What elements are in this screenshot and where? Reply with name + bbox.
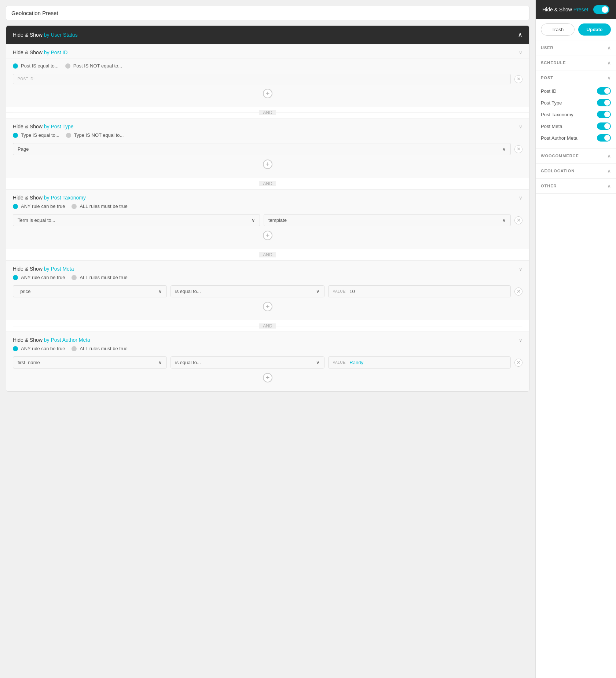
post-author-meta-toggle-row: ANY rule can be true ALL rules must be t… xyxy=(13,346,522,351)
post-taxonomy-value-dropdown[interactable]: template ∨ xyxy=(264,214,511,226)
post-id-header[interactable]: Hide & Show by Post ID ∨ xyxy=(6,44,529,59)
post-meta-header[interactable]: Hide & Show by Post Meta ∨ xyxy=(6,261,529,275)
right-post-taxonomy-row: Post Taxonomy xyxy=(541,109,611,120)
post-type-header[interactable]: Hide & Show by Post Type ∨ xyxy=(6,118,529,132)
post-type-toggle-row: Type IS equal to... Type IS NOT equal to… xyxy=(13,132,522,138)
right-post-header[interactable]: POST ∨ xyxy=(536,70,616,85)
post-id-toggle-row: Post IS equal to... Post IS NOT equal to… xyxy=(13,63,522,69)
post-meta-section: Hide & Show by Post Meta ∨ ANY rule can … xyxy=(6,260,529,320)
right-woocommerce-section: WOOCOMMERCE ∧ xyxy=(536,149,616,164)
post-author-meta-header[interactable]: Hide & Show by Post Author Meta ∨ xyxy=(6,332,529,346)
trash-button[interactable]: Trash xyxy=(541,23,575,36)
post-author-meta-input-row: first_name ∨ is equal to... ∨ VALUE: Ran… xyxy=(13,356,522,369)
post-author-meta-key-dropdown[interactable]: first_name ∨ xyxy=(13,356,167,369)
post-meta-chevron: ∨ xyxy=(519,266,522,272)
update-button[interactable]: Update xyxy=(578,23,611,36)
post-id-option-not-equal[interactable]: Post IS NOT equal to... xyxy=(65,63,122,69)
and-2: AND xyxy=(6,178,529,189)
post-meta-key-dropdown[interactable]: _price ∨ xyxy=(13,285,167,297)
post-id-active-dot xyxy=(13,63,18,69)
post-taxonomy-option-any[interactable]: ANY rule can be true xyxy=(13,204,65,209)
post-meta-inactive-dot xyxy=(72,275,77,280)
post-type-toggle[interactable] xyxy=(597,99,611,106)
post-meta-add-btn[interactable]: + xyxy=(263,302,272,311)
preset-title[interactable]: Geolocation Preset xyxy=(6,6,529,20)
post-author-meta-section: Hide & Show by Post Author Meta ∨ ANY ru… xyxy=(6,331,529,391)
post-id-add-btn[interactable]: + xyxy=(263,89,272,98)
right-other-section: OTHER ∧ xyxy=(536,179,616,194)
post-meta-operator-dropdown[interactable]: is equal to... ∨ xyxy=(170,285,324,297)
post-type-active-dot xyxy=(13,133,18,138)
post-meta-key-chevron: ∨ xyxy=(158,289,162,294)
geolocation-chevron: ∧ xyxy=(607,168,611,174)
post-type-dropdown-chevron: ∨ xyxy=(502,146,506,152)
post-taxonomy-option-all[interactable]: ALL rules must be true xyxy=(72,204,127,209)
post-meta-value-input[interactable]: VALUE: 10 xyxy=(328,285,511,297)
post-meta-toggle[interactable] xyxy=(597,122,611,130)
post-meta-active-dot xyxy=(13,275,18,280)
post-author-meta-inactive-dot xyxy=(72,346,77,351)
post-taxonomy-input-row: Term is equal to... ∨ template ∨ ✕ xyxy=(13,214,522,226)
main-header-title: Hide & Show by User Status xyxy=(13,32,78,38)
right-geolocation-section: GEOLOCATION ∧ xyxy=(536,164,616,179)
post-taxonomy-header[interactable]: Hide & Show by Post Taxonomy ∨ xyxy=(6,190,529,204)
post-type-chevron: ∨ xyxy=(519,124,522,129)
post-author-meta-option-any[interactable]: ANY rule can be true xyxy=(13,346,65,351)
post-type-dropdown[interactable]: Page ∨ xyxy=(13,143,511,155)
post-type-option-equal[interactable]: Type IS equal to... xyxy=(13,132,59,138)
main-header-chevron: ∧ xyxy=(518,31,522,39)
schedule-chevron: ∧ xyxy=(607,60,611,66)
post-meta-option-all[interactable]: ALL rules must be true xyxy=(72,275,127,280)
post-author-meta-operator-dropdown[interactable]: is equal to... ∨ xyxy=(170,356,324,369)
post-author-meta-key-chevron: ∨ xyxy=(158,360,162,365)
woocommerce-chevron: ∧ xyxy=(607,153,611,159)
post-type-section: Hide & Show by Post Type ∨ Type IS equal… xyxy=(6,118,529,178)
post-taxonomy-add-btn[interactable]: + xyxy=(263,231,272,240)
right-user-header[interactable]: USER ∧ xyxy=(536,40,616,55)
post-author-meta-add-btn[interactable]: + xyxy=(263,373,272,382)
post-type-inactive-dot xyxy=(66,133,71,138)
other-chevron: ∧ xyxy=(607,183,611,189)
right-post-meta-row: Post Meta xyxy=(541,120,611,132)
and-3: AND xyxy=(6,249,529,260)
post-author-meta-toggle[interactable] xyxy=(597,134,611,142)
right-schedule-section: SCHEDULE ∧ xyxy=(536,55,616,70)
main-toggle[interactable] xyxy=(593,5,609,14)
post-id-section: Hide & Show by Post ID ∨ Post IS equal t… xyxy=(6,44,529,107)
right-actions: Trash Update xyxy=(536,19,616,40)
left-panel: Geolocation Preset Hide & Show by User S… xyxy=(0,0,535,678)
right-post-section: POST ∨ Post ID Post Type Post Taxonomy P… xyxy=(536,70,616,149)
and-4: AND xyxy=(6,320,529,331)
post-type-clear[interactable]: ✕ xyxy=(514,145,522,153)
right-other-header[interactable]: OTHER ∧ xyxy=(536,179,616,193)
post-author-meta-option-all[interactable]: ALL rules must be true xyxy=(72,346,127,351)
post-taxonomy-clear[interactable]: ✕ xyxy=(514,216,522,224)
post-author-meta-value-input[interactable]: VALUE: Randy xyxy=(328,356,511,369)
post-type-option-not-equal[interactable]: Type IS NOT equal to... xyxy=(66,132,124,138)
right-geolocation-header[interactable]: GEOLOCATION ∧ xyxy=(536,164,616,178)
right-post-id-row: Post ID xyxy=(541,85,611,97)
post-taxonomy-toggle[interactable] xyxy=(597,111,611,118)
post-id-input[interactable]: POST ID: xyxy=(13,74,511,84)
post-id-toggle[interactable] xyxy=(597,87,611,95)
main-section-header[interactable]: Hide & Show by User Status ∧ xyxy=(6,26,529,44)
post-meta-input-row: _price ∨ is equal to... ∨ VALUE: 10 ✕ xyxy=(13,285,522,297)
post-id-option-equal[interactable]: Post IS equal to... xyxy=(13,63,59,69)
post-author-meta-clear[interactable]: ✕ xyxy=(514,359,522,367)
post-taxonomy-section: Hide & Show by Post Taxonomy ∨ ANY rule … xyxy=(6,189,529,249)
right-woocommerce-header[interactable]: WOOCOMMERCE ∧ xyxy=(536,149,616,163)
post-meta-option-any[interactable]: ANY rule can be true xyxy=(13,275,65,280)
right-schedule-header[interactable]: SCHEDULE ∧ xyxy=(536,55,616,70)
post-meta-clear[interactable]: ✕ xyxy=(514,287,522,296)
post-type-add-btn[interactable]: + xyxy=(263,160,272,169)
post-id-clear[interactable]: ✕ xyxy=(514,75,522,83)
post-chevron: ∨ xyxy=(607,75,611,81)
user-chevron: ∧ xyxy=(607,45,611,51)
post-author-meta-chevron: ∨ xyxy=(519,337,522,343)
post-taxonomy-term-dropdown[interactable]: Term is equal to... ∨ xyxy=(13,214,260,226)
right-panel: Hide & Show Preset Trash Update USER ∧ S… xyxy=(535,0,616,678)
right-post-body: Post ID Post Type Post Taxonomy Post Met… xyxy=(536,85,616,148)
post-taxonomy-active-dot xyxy=(13,204,18,209)
post-meta-toggle-row: ANY rule can be true ALL rules must be t… xyxy=(13,275,522,280)
post-id-chevron: ∨ xyxy=(519,50,522,55)
